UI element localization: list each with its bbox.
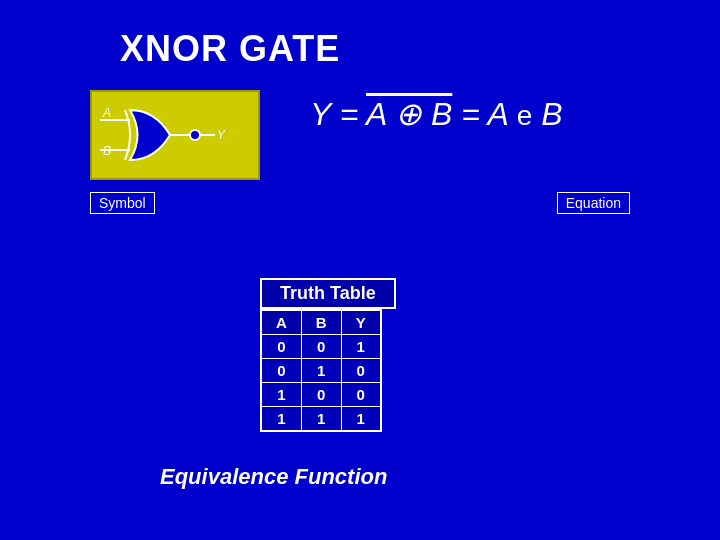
table-cell: 0 [261, 335, 301, 359]
table-cell: 1 [261, 383, 301, 407]
svg-text:A: A [102, 106, 111, 120]
table-cell: 0 [301, 335, 341, 359]
equation-label: Equation [557, 192, 630, 214]
page-title: XNOR GATE [120, 28, 340, 70]
equation-y: Y [310, 96, 331, 132]
table-row: 001 [261, 335, 381, 359]
table-cell: 1 [261, 407, 301, 432]
gate-symbol-box: A B Y [90, 90, 260, 180]
svg-text:Y: Y [217, 128, 226, 142]
truth-table-title: Truth Table [260, 278, 396, 309]
table-cell: 1 [341, 335, 381, 359]
table-cell: 1 [301, 359, 341, 383]
table-cell: 0 [341, 383, 381, 407]
equation-b: B [541, 96, 562, 132]
table-row: 111 [261, 407, 381, 432]
table-cell: 0 [341, 359, 381, 383]
equation-ae: A [488, 96, 508, 132]
svg-point-5 [190, 130, 200, 140]
symbol-label: Symbol [90, 192, 155, 214]
equation-e-symbol: e [517, 100, 533, 131]
equation-equals2: = [461, 96, 487, 132]
svg-text:B: B [103, 144, 111, 158]
truth-table: A B Y 001010100111 [260, 309, 382, 432]
table-cell: 1 [301, 407, 341, 432]
col-header-y: Y [341, 310, 381, 335]
equivalence-function-label: Equivalence Function [160, 464, 387, 490]
truth-table-container: Truth Table A B Y 001010100111 [260, 278, 396, 432]
table-row: 100 [261, 383, 381, 407]
col-header-a: A [261, 310, 301, 335]
equation-display: Y = A ⊕ B = A e B [310, 95, 562, 133]
equation-equals: = [340, 96, 366, 132]
equation-overline: A ⊕ B [366, 96, 452, 132]
truth-table-header-row: A B Y [261, 310, 381, 335]
col-header-b: B [301, 310, 341, 335]
xnor-gate-icon: A B Y [100, 95, 250, 175]
table-cell: 0 [261, 359, 301, 383]
table-cell: 0 [301, 383, 341, 407]
table-cell: 1 [341, 407, 381, 432]
table-row: 010 [261, 359, 381, 383]
